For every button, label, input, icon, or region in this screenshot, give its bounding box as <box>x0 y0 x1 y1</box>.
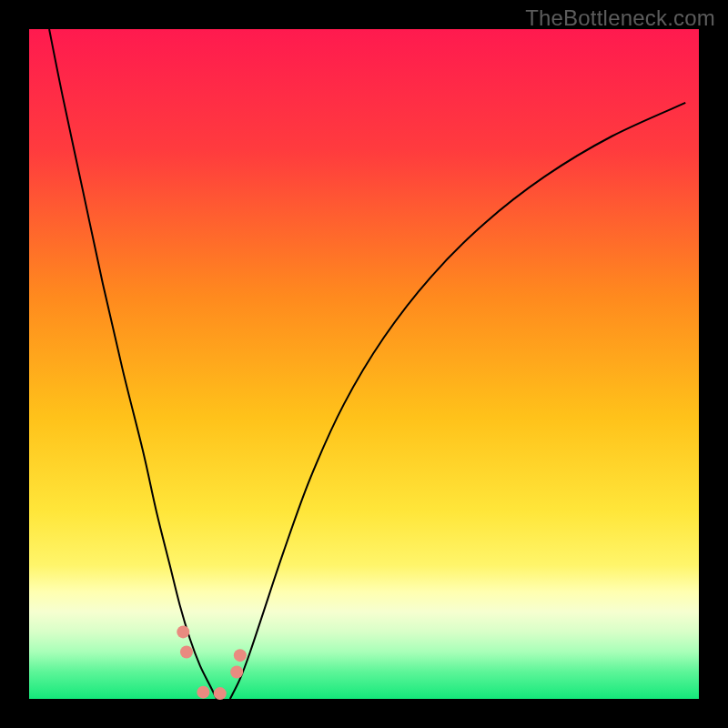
data-marker <box>197 686 209 699</box>
data-marker <box>234 649 247 662</box>
data-marker <box>230 666 243 679</box>
data-marker <box>180 645 193 658</box>
data-marker <box>214 687 227 700</box>
curve-left-curve <box>49 29 217 699</box>
plot-area <box>29 29 699 699</box>
curve-right-curve <box>230 103 685 699</box>
watermark-text: TheBottleneck.com <box>525 5 715 31</box>
chart-frame: TheBottleneck.com <box>0 0 728 728</box>
curves-layer <box>29 29 699 699</box>
data-marker <box>177 625 189 638</box>
